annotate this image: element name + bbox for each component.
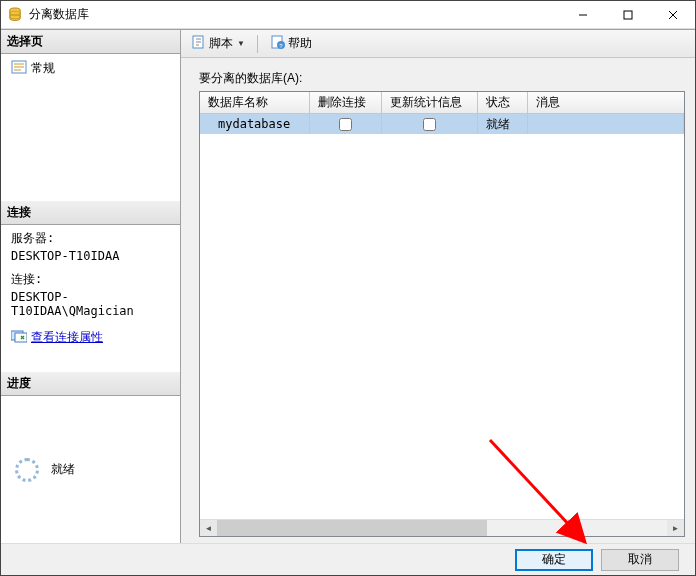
progress-spinner-icon <box>15 458 39 482</box>
drop-connections-checkbox[interactable] <box>339 118 352 131</box>
scrollbar-thumb[interactable] <box>217 520 487 537</box>
sidebar: 选择页 常规 连接 服务器: DESKT <box>1 30 181 543</box>
script-dropdown[interactable]: 脚本 ▼ <box>187 32 249 55</box>
chevron-down-icon: ▼ <box>237 39 245 48</box>
column-header-drop[interactable]: 删除连接 <box>310 92 382 113</box>
connection-value: DESKTOP-T10IDAA\QMagician <box>11 289 174 319</box>
main-panel: 脚本 ▼ ? 帮助 要分离的数据库(A): <box>181 30 695 543</box>
close-button[interactable] <box>650 1 695 28</box>
cell-message <box>528 114 684 134</box>
cancel-button[interactable]: 取消 <box>601 549 679 571</box>
progress-header: 进度 <box>1 372 180 396</box>
column-header-name[interactable]: 数据库名称 <box>200 92 310 113</box>
scroll-left-button[interactable]: ◄ <box>200 520 217 537</box>
maximize-button[interactable] <box>605 1 650 28</box>
toolbar: 脚本 ▼ ? 帮助 <box>181 30 695 58</box>
server-label: 服务器: <box>11 229 174 248</box>
page-icon <box>11 60 27 77</box>
update-statistics-checkbox[interactable] <box>423 118 436 131</box>
toolbar-script-label: 脚本 <box>209 35 233 52</box>
column-header-message[interactable]: 消息 <box>528 92 684 113</box>
horizontal-scrollbar[interactable]: ◄ ► <box>200 519 684 536</box>
window-title: 分离数据库 <box>29 6 89 23</box>
table-label: 要分离的数据库(A): <box>199 70 685 87</box>
footer: 确定 取消 <box>1 543 695 575</box>
connection-props-icon <box>11 329 27 346</box>
sidebar-item-label: 常规 <box>31 60 55 77</box>
minimize-button[interactable] <box>560 1 605 28</box>
server-value: DESKTOP-T10IDAA <box>11 248 174 264</box>
titlebar: 分离数据库 <box>1 1 695 29</box>
cell-update <box>382 114 478 134</box>
database-icon <box>7 7 23 23</box>
connection-header: 连接 <box>1 201 180 225</box>
connection-label: 连接: <box>11 270 174 289</box>
databases-grid: 数据库名称 删除连接 更新统计信息 状态 消息 mydatabase <box>199 91 685 537</box>
cell-drop <box>310 114 382 134</box>
progress-status: 就绪 <box>51 461 75 478</box>
help-button[interactable]: ? 帮助 <box>266 32 316 55</box>
view-connection-props[interactable]: 查看连接属性 <box>11 327 174 348</box>
ok-button[interactable]: 确定 <box>515 549 593 571</box>
select-page-header: 选择页 <box>1 30 180 54</box>
svg-rect-4 <box>624 11 632 19</box>
toolbar-help-label: 帮助 <box>288 35 312 52</box>
grid-row[interactable]: mydatabase 就绪 <box>200 114 684 134</box>
column-header-update[interactable]: 更新统计信息 <box>382 92 478 113</box>
script-icon <box>191 34 207 53</box>
toolbar-separator <box>257 35 258 53</box>
sidebar-item-general[interactable]: 常规 <box>11 58 174 79</box>
scroll-right-button[interactable]: ► <box>667 520 684 537</box>
view-connection-props-link[interactable]: 查看连接属性 <box>31 329 103 346</box>
column-header-status[interactable]: 状态 <box>478 92 528 113</box>
cell-status: 就绪 <box>478 114 528 134</box>
help-icon: ? <box>270 34 286 53</box>
grid-header: 数据库名称 删除连接 更新统计信息 状态 消息 <box>200 92 684 114</box>
cell-name: mydatabase <box>200 114 310 134</box>
svg-rect-12 <box>15 333 27 342</box>
